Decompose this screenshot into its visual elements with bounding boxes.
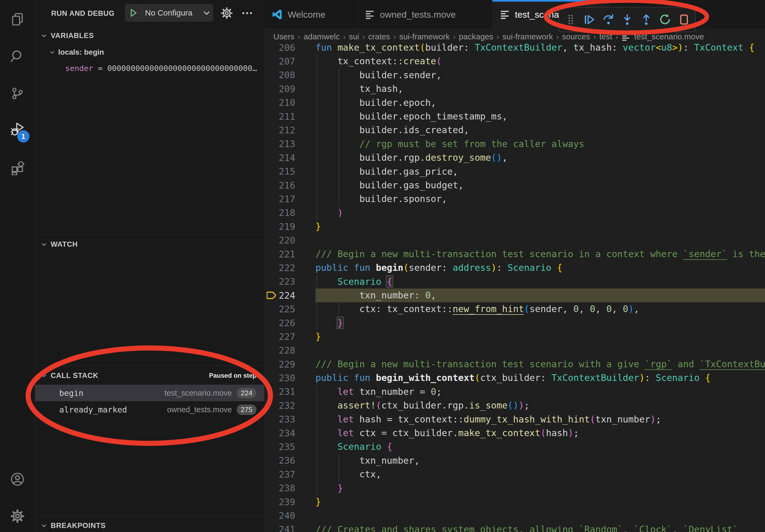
code-line[interactable]: 221/// Begin a new multi-transaction tes… bbox=[264, 247, 765, 261]
code-line[interactable]: 237 ctx, bbox=[264, 467, 765, 481]
code-line[interactable]: 223 Scenario { bbox=[264, 275, 765, 289]
breakpoint-gutter[interactable] bbox=[264, 302, 279, 316]
breakpoint-gutter[interactable] bbox=[264, 192, 279, 206]
breakpoint-gutter[interactable] bbox=[264, 481, 279, 495]
variable-row[interactable]: sender = 0000000000000000000000000000000… bbox=[65, 61, 258, 76]
code-line[interactable]: 240 bbox=[264, 509, 765, 522]
code-line[interactable]: 232 assert!(ctx_builder.rgp.is_some()); bbox=[264, 399, 765, 412]
code-line[interactable]: 218 ) bbox=[264, 206, 765, 220]
step-over-button[interactable] bbox=[601, 12, 616, 28]
paused-frame-pointer-icon[interactable] bbox=[264, 289, 279, 302]
breakpoint-gutter[interactable] bbox=[264, 330, 279, 344]
code-line[interactable]: 214 builder.rgp.destroy_some(), bbox=[264, 151, 765, 164]
breakpoints-section-header[interactable]: BREAKPOINTS bbox=[35, 518, 264, 532]
breakpoint-gutter[interactable] bbox=[264, 454, 279, 467]
breakpoint-gutter[interactable] bbox=[264, 82, 279, 96]
breakpoint-gutter[interactable] bbox=[264, 467, 279, 481]
code-line[interactable]: 230public fun begin_with_context(ctx_bui… bbox=[264, 371, 765, 385]
breakpoint-gutter[interactable] bbox=[264, 509, 279, 522]
continue-button[interactable] bbox=[582, 12, 597, 28]
breakpoint-gutter[interactable] bbox=[264, 178, 279, 192]
breakpoint-gutter[interactable] bbox=[264, 261, 279, 275]
code-line[interactable]: 220 bbox=[264, 233, 765, 247]
breakpoint-gutter[interactable] bbox=[264, 399, 279, 412]
breadcrumb-item[interactable]: Users bbox=[274, 32, 294, 41]
editor-area[interactable]: Welcome owned_tests.move test_scenario.m… bbox=[264, 0, 765, 532]
breakpoint-gutter[interactable] bbox=[264, 247, 279, 261]
breakpoint-gutter[interactable] bbox=[264, 426, 279, 440]
breakpoint-gutter[interactable] bbox=[264, 41, 279, 54]
code-line[interactable]: 211 builder.epoch_timestamp_ms, bbox=[264, 110, 765, 123]
step-into-button[interactable] bbox=[620, 12, 635, 28]
code-line[interactable]: 233 let hash = tx_context::dummy_tx_hash… bbox=[264, 412, 765, 426]
code-line[interactable]: 222public fun begin(sender: address): Sc… bbox=[264, 261, 765, 275]
code-line[interactable]: 212 builder.ids_created, bbox=[264, 123, 765, 137]
breadcrumb-item[interactable]: sources bbox=[562, 32, 590, 41]
toolbar-gripper[interactable] bbox=[563, 12, 578, 28]
breadcrumb-item[interactable]: test bbox=[599, 32, 612, 41]
code-line[interactable]: 224 txn_number: 0, bbox=[264, 289, 765, 302]
settings-gear-icon[interactable] bbox=[10, 509, 24, 523]
explorer-icon[interactable] bbox=[10, 12, 24, 26]
breadcrumb-item[interactable]: crates bbox=[368, 32, 390, 41]
breakpoint-gutter[interactable] bbox=[264, 110, 279, 123]
restart-button[interactable] bbox=[657, 12, 672, 28]
call-stack-section-header[interactable]: CALL STACK Paused on step bbox=[35, 368, 264, 384]
breakpoint-gutter[interactable] bbox=[264, 344, 279, 357]
breadcrumb-item[interactable]: sui-framework bbox=[502, 32, 553, 41]
launch-config-control[interactable]: No Configura bbox=[125, 4, 213, 22]
code-line[interactable]: 231 let txn_number = 0; bbox=[264, 385, 765, 399]
breakpoint-gutter[interactable] bbox=[264, 495, 279, 509]
config-dropdown[interactable]: No Configura bbox=[142, 8, 202, 17]
code-line[interactable]: 213 // rgp must be set from the caller a… bbox=[264, 137, 765, 151]
code-line[interactable]: 239} bbox=[264, 495, 765, 509]
code-line[interactable]: 216 builder.gas_budget, bbox=[264, 178, 765, 192]
breadcrumb-item[interactable]: packages bbox=[459, 32, 493, 41]
code-lines[interactable]: 206fun make_tx_context(builder: TxContex… bbox=[264, 41, 765, 532]
code-line[interactable]: 210 builder.epoch, bbox=[264, 96, 765, 110]
breakpoint-gutter[interactable] bbox=[264, 357, 279, 371]
search-icon[interactable] bbox=[10, 49, 24, 63]
code-line[interactable]: 219} bbox=[264, 220, 765, 233]
code-line[interactable]: 228 bbox=[264, 344, 765, 357]
breakpoint-gutter[interactable] bbox=[264, 385, 279, 399]
code-line[interactable]: 209 tx_hash, bbox=[264, 82, 765, 96]
tab-owned-tests[interactable]: owned_tests.move bbox=[357, 0, 492, 29]
configure-gear-icon[interactable] bbox=[221, 7, 233, 19]
breakpoint-gutter[interactable] bbox=[264, 68, 279, 82]
start-debug-button[interactable] bbox=[125, 4, 142, 22]
variables-section-header[interactable]: VARIABLES bbox=[35, 28, 264, 43]
code-line[interactable]: 226 } bbox=[264, 316, 765, 330]
breakpoint-gutter[interactable] bbox=[264, 233, 279, 247]
breakpoint-gutter[interactable] bbox=[264, 220, 279, 233]
code-line[interactable]: 234 let ctx = ctx_builder.make_tx_contex… bbox=[264, 426, 765, 440]
extensions-icon[interactable] bbox=[10, 161, 24, 175]
code-line[interactable]: 217 builder.sponsor, bbox=[264, 192, 765, 206]
breakpoint-gutter[interactable] bbox=[264, 123, 279, 137]
breadcrumb-item[interactable]: sui bbox=[349, 32, 359, 41]
code-line[interactable]: 215 builder.gas_price, bbox=[264, 165, 765, 178]
account-icon[interactable] bbox=[10, 472, 24, 486]
breakpoint-gutter[interactable] bbox=[264, 54, 279, 68]
breadcrumb-item[interactable]: sui-framework bbox=[399, 32, 449, 41]
step-out-button[interactable] bbox=[639, 12, 654, 28]
call-stack-frame[interactable]: already_marked owned_tests.move 275 bbox=[35, 401, 264, 418]
code-line[interactable]: 225 ctx: tx_context::new_from_hint(sende… bbox=[264, 302, 765, 316]
breakpoint-gutter[interactable] bbox=[264, 275, 279, 289]
source-control-icon[interactable] bbox=[10, 87, 24, 101]
variables-scope-row[interactable]: locals: begin bbox=[35, 45, 264, 60]
breakpoint-gutter[interactable] bbox=[264, 371, 279, 385]
breakpoint-gutter[interactable] bbox=[264, 151, 279, 164]
code-line[interactable]: 241/// Creates and shares system objects… bbox=[264, 523, 765, 532]
code-line[interactable]: 207 tx_context::create( bbox=[264, 54, 765, 68]
code-line[interactable]: 208 builder.sender, bbox=[264, 68, 765, 82]
watch-section-header[interactable]: WATCH bbox=[35, 237, 264, 252]
breakpoint-gutter[interactable] bbox=[264, 440, 279, 453]
more-actions-icon[interactable] bbox=[241, 7, 253, 19]
breakpoint-gutter[interactable] bbox=[264, 523, 279, 532]
breakpoint-gutter[interactable] bbox=[264, 206, 279, 220]
code-line[interactable]: 238 } bbox=[264, 481, 765, 495]
tab-welcome[interactable]: Welcome bbox=[264, 0, 357, 29]
breakpoint-gutter[interactable] bbox=[264, 165, 279, 178]
breakpoint-gutter[interactable] bbox=[264, 96, 279, 110]
